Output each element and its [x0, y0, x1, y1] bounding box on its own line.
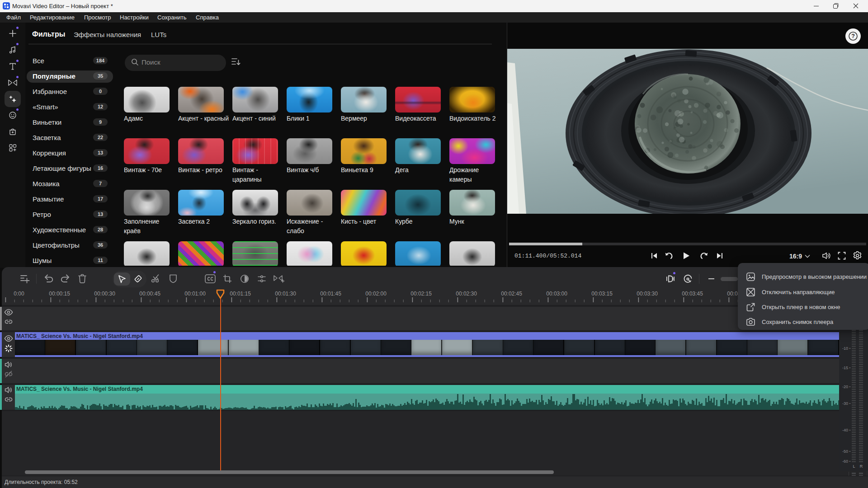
svg-text:?: ? — [851, 33, 855, 39]
